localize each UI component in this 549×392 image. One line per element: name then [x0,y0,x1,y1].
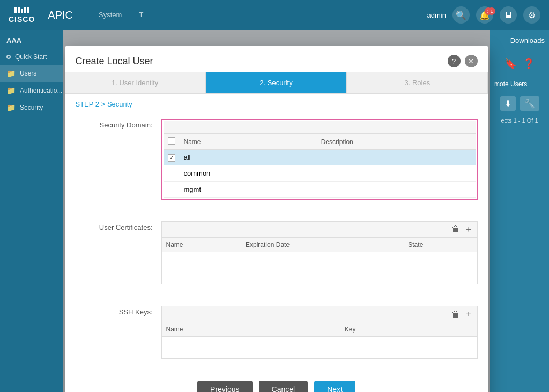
settings-button[interactable]: ⚙ [523,6,540,24]
domain-desc-common [317,165,476,181]
downloads-label[interactable]: Downloads [490,30,549,51]
help-circle-icon[interactable]: ❓ [523,58,535,70]
wizard-step-roles[interactable]: 3. Roles [347,72,488,93]
main-content: Create Local User ? ✕ 1. User Identity 2… [63,30,490,392]
ssh-container: 🗑 ＋ Name K [161,306,478,359]
results-count: ects 1 - 1 Of 1 [490,115,549,126]
user-certificates-label: User Certificates: [76,221,161,231]
quickstart-icon [6,55,11,59]
add-ssh-btn[interactable]: ＋ [464,308,473,320]
sidebar-item-label: Users [20,70,36,77]
ssh-keys-label: SSH Keys: [76,306,161,316]
search-button[interactable]: 🔍 [452,6,470,24]
domain-row-common[interactable]: common [164,165,476,181]
users-folder-icon: 📁 [6,69,16,78]
admin-label: admin [427,11,446,19]
app-title: APIC [48,9,73,21]
auth-folder-icon: 📁 [6,86,16,95]
previous-button[interactable]: Previous [197,381,252,393]
security-domain-label: Security Domain: [76,119,161,129]
ssh-col-key: Key [340,322,477,337]
domain-table: Name Description [164,134,476,198]
domain-check-common[interactable] [164,165,180,181]
wizard-step-user-identity[interactable]: 1. User Identity [65,72,206,93]
domain-col-name: Name [180,134,317,150]
domain-row-all[interactable]: all [164,150,476,165]
sidebar-section-aaa: AAA [0,30,63,49]
nav-tab-t[interactable]: T [130,6,152,24]
domain-name-common: common [180,165,317,181]
modal-overlay: Create Local User ? ✕ 1. User Identity 2… [63,30,490,392]
domain-col-description: Description [317,134,476,150]
checkbox-mgmt[interactable] [168,185,175,192]
nav-tab-system[interactable]: System [90,6,130,24]
notification-badge2: 1 [488,7,495,15]
select-all-checkbox[interactable] [168,137,175,145]
sidebar-item-authentication[interactable]: 📁 Authenticatio... [0,82,63,99]
certs-toolbar: 🗑 ＋ [162,222,477,238]
sidebar-item-users[interactable]: 📁 Users [0,65,63,82]
certs-col-state: State [404,238,477,252]
delete-ssh-btn[interactable]: 🗑 [451,308,460,320]
modal-header: Create Local User ? ✕ [65,46,488,72]
notification-button[interactable]: 🔔 1 1 [476,6,493,24]
security-domain-row: Security Domain: [65,115,488,204]
wizard-step-security[interactable]: 2. Security [206,72,347,93]
sidebar: AAA Quick Start 📁 Users 📁 Authenticatio.… [0,30,63,392]
sidebar-item-label: Authenticatio... [20,87,62,94]
modal-footer: Previous Cancel Next [65,372,488,393]
sidebar-item-label: Security [20,104,43,111]
domain-check-mgmt[interactable] [164,181,180,197]
right-panel-icons: 🔖 ❓ [490,51,549,76]
cancel-button[interactable]: Cancel [259,381,308,393]
domain-search-row [164,121,476,134]
download-btn[interactable]: ⬇ [500,96,516,111]
step-label: STEP 2 > Security [65,94,488,110]
monitor-button[interactable]: 🖥 [500,6,517,24]
topbar-right: admin 🔍 🔔 1 1 🖥 ⚙ [427,6,540,24]
certs-table: Name Expiration Date State [162,238,477,284]
domain-desc-all [317,150,476,165]
domain-desc-mgmt [317,181,476,197]
domain-row-mgmt[interactable]: mgmt [164,181,476,197]
modal-title: Create Local User [76,56,153,67]
topbar: CISCO APIC System T admin 🔍 🔔 1 1 🖥 ⚙ [0,0,549,30]
sidebar-item-quickstart[interactable]: Quick Start [0,49,63,65]
cisco-logo: CISCO [9,7,35,24]
certs-col-name: Name [162,238,242,252]
wizard-steps: 1. User Identity 2. Security 3. Roles [65,72,488,94]
checkbox-all[interactable] [168,154,175,162]
certs-col-expiration: Expiration Date [241,238,404,252]
bookmark-icon[interactable]: 🔖 [505,58,516,70]
domain-search-input[interactable] [168,123,471,131]
ssh-table: Name Key [162,322,477,358]
right-panel-actions: ⬇ 🔧 [490,92,549,115]
certs-container: 🗑 ＋ Name E [161,221,478,285]
domain-col-check [164,134,180,150]
domain-name-mgmt: mgmt [180,181,317,197]
help-button[interactable]: ? [448,55,461,67]
sidebar-item-security[interactable]: 📁 Security [0,99,63,116]
checkbox-common[interactable] [168,169,175,176]
add-cert-btn[interactable]: ＋ [464,224,473,235]
close-button[interactable]: ✕ [465,55,478,67]
next-button[interactable]: Next [314,381,355,393]
ssh-body [162,337,477,358]
modal-body: Security Domain: [65,110,488,372]
create-local-user-modal: Create Local User ? ✕ 1. User Identity 2… [65,46,488,392]
user-certificates-row: User Certificates: 🗑 ＋ [65,217,488,289]
sidebar-item-label: Quick Start [15,53,47,61]
right-panel: Downloads 🔖 ❓ mote Users ⬇ 🔧 ects 1 - 1 … [490,0,549,392]
domain-name-all: all [180,150,317,165]
delete-cert-btn[interactable]: 🗑 [451,224,460,235]
domain-check-all[interactable] [164,150,180,165]
remote-users-label: mote Users [490,76,549,92]
modal-header-icons: ? ✕ [448,55,478,67]
certs-body [162,252,477,284]
ssh-keys-row: SSH Keys: 🗑 ＋ Name [65,301,488,363]
ssh-toolbar: 🗑 ＋ [162,306,477,322]
user-certificates-field: 🗑 ＋ Name E [161,221,478,285]
ssh-col-name: Name [162,322,340,337]
security-domain-field: Name Description [161,119,478,200]
tools-btn[interactable]: 🔧 [520,96,539,111]
